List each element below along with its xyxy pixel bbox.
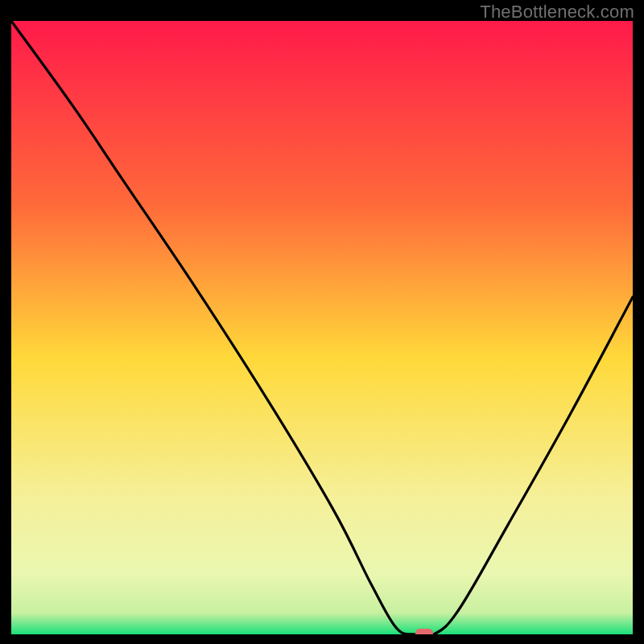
chart-frame: TheBottleneck.com xyxy=(0,0,644,644)
plot-area xyxy=(11,21,633,634)
bottleneck-curve xyxy=(11,21,633,634)
watermark-text: TheBottleneck.com xyxy=(480,2,634,23)
optimal-marker xyxy=(415,629,433,634)
